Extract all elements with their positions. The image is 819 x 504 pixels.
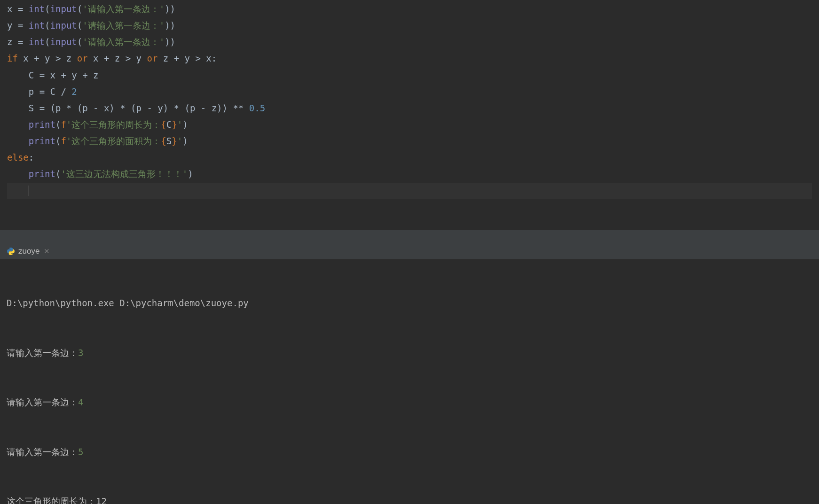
code-line-cursor[interactable]: [7, 183, 812, 199]
code-line-print: print(f'这个三角形的周长为：{C}'): [7, 116, 812, 133]
code-line-print: print('这三边无法构成三角形！！！'): [7, 166, 812, 182]
code-line: p = C / 2: [7, 84, 812, 100]
console-output-line: 这个三角形的周长为：12: [7, 493, 812, 504]
close-icon[interactable]: ✕: [44, 245, 50, 258]
run-tab-label: zuoye: [18, 244, 39, 258]
console-input-line: 请输入第一条边：3: [7, 345, 812, 361]
code-line: S = (p * (p - x) * (p - y) * (p - z)) **…: [7, 100, 812, 116]
code-line: C = x + y + z: [7, 67, 812, 84]
console-exec-path: D:\python\python.exe D:\pycharm\demo\zuo…: [7, 295, 812, 311]
var-y: y: [7, 20, 12, 31]
code-editor[interactable]: x = int(input('请输入第一条边：')) y = int(input…: [0, 0, 819, 230]
run-tab-bar: zuoye ✕: [0, 243, 819, 259]
console-input-line: 请输入第一条边：5: [7, 444, 812, 460]
var-z: z: [7, 37, 12, 47]
user-input-1: 3: [78, 348, 83, 358]
python-file-icon: [7, 247, 15, 256]
code-line-else: else:: [7, 149, 812, 166]
code-line-print: print(f'这个三角形的面积为：{S}'): [7, 133, 812, 149]
int-fn: int: [29, 4, 45, 14]
user-input-3: 5: [78, 447, 83, 457]
text-cursor: [29, 186, 30, 196]
tool-window-gap: [0, 230, 819, 243]
run-tab-zuoye[interactable]: zuoye ✕: [2, 242, 55, 260]
code-line: y = int(input('请输入第一条边：')): [7, 17, 812, 34]
console-input-line: 请输入第一条边：4: [7, 394, 812, 411]
code-line: z = int(input('请输入第一条边：')): [7, 34, 812, 50]
input-fn: input: [50, 4, 77, 14]
code-line: x = int(input('请输入第一条边：')): [7, 1, 812, 17]
user-input-2: 4: [78, 397, 83, 407]
var-x: x: [7, 4, 12, 14]
console-output[interactable]: D:\python\python.exe D:\pycharm\demo\zuo…: [0, 259, 819, 504]
code-line-if: if x + y > z or x + z > y or z + y > x:: [7, 50, 812, 67]
